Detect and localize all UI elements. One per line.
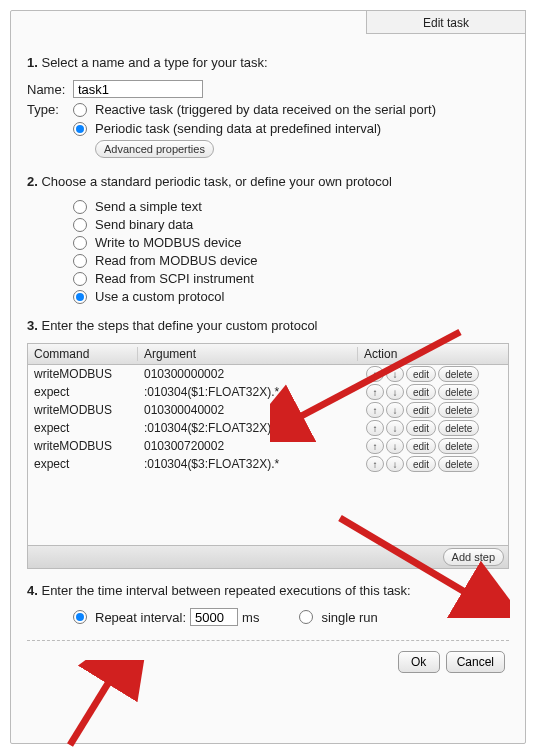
move-down-button[interactable]: ↓: [386, 438, 404, 454]
step3-heading: 3. Enter the steps that define your cust…: [27, 318, 509, 333]
move-up-button[interactable]: ↑: [366, 402, 384, 418]
cell-argument: :010304($1:FLOAT32X).*: [138, 385, 358, 399]
cell-actions: ↑↓editdelete: [358, 438, 508, 454]
cell-actions: ↑↓editdelete: [358, 366, 508, 382]
move-down-button[interactable]: ↓: [386, 366, 404, 382]
move-down-button[interactable]: ↓: [386, 456, 404, 472]
radio-step2-label: Send binary data: [95, 217, 193, 232]
cell-argument: :010304($3:FLOAT32X).*: [138, 457, 358, 471]
radio-periodic-task[interactable]: [73, 122, 87, 136]
cell-command: expect: [28, 457, 138, 471]
radio-step2-label: Send a simple text: [95, 199, 202, 214]
move-up-button[interactable]: ↑: [366, 420, 384, 436]
radio-reactive-label: Reactive task (triggered by data receive…: [95, 102, 436, 117]
protocol-steps-table: Command Argument Action writeMODBUS01030…: [27, 343, 509, 569]
move-up-button[interactable]: ↑: [366, 438, 384, 454]
radio-step2-option[interactable]: [73, 290, 87, 304]
separator: [27, 640, 509, 641]
ok-button[interactable]: Ok: [398, 651, 440, 673]
radio-reactive-task[interactable]: [73, 103, 87, 117]
advanced-properties-button[interactable]: Advanced properties: [95, 140, 214, 158]
cancel-button[interactable]: Cancel: [446, 651, 505, 673]
delete-row-button[interactable]: delete: [438, 366, 479, 382]
move-down-button[interactable]: ↓: [386, 402, 404, 418]
type-label: Type:: [27, 102, 73, 117]
table-row[interactable]: writeMODBUS010300040002↑↓editdelete: [28, 401, 508, 419]
cell-actions: ↑↓editdelete: [358, 384, 508, 400]
radio-repeat-interval[interactable]: [73, 610, 87, 624]
edit-row-button[interactable]: edit: [406, 384, 436, 400]
radio-step2-option[interactable]: [73, 236, 87, 250]
radio-single-run[interactable]: [299, 610, 313, 624]
tab-edit-task[interactable]: Edit task: [366, 10, 526, 34]
cell-actions: ↑↓editdelete: [358, 420, 508, 436]
cell-command: writeMODBUS: [28, 367, 138, 381]
cell-command: expect: [28, 421, 138, 435]
col-argument: Argument: [138, 347, 358, 361]
edit-row-button[interactable]: edit: [406, 402, 436, 418]
edit-row-button[interactable]: edit: [406, 438, 436, 454]
table-header: Command Argument Action: [28, 344, 508, 365]
cell-command: writeMODBUS: [28, 403, 138, 417]
radio-step2-label: Write to MODBUS device: [95, 235, 241, 250]
radio-step2-option[interactable]: [73, 272, 87, 286]
repeat-interval-input[interactable]: [190, 608, 238, 626]
name-label: Name:: [27, 82, 73, 97]
cell-command: expect: [28, 385, 138, 399]
cell-argument: 010300040002: [138, 403, 358, 417]
edit-row-button[interactable]: edit: [406, 366, 436, 382]
cell-actions: ↑↓editdelete: [358, 456, 508, 472]
move-up-button[interactable]: ↑: [366, 366, 384, 382]
radio-periodic-label: Periodic task (sending data at predefine…: [95, 121, 381, 136]
radio-step2-option[interactable]: [73, 200, 87, 214]
step1-heading: 1. Select a name and a type for your tas…: [27, 55, 509, 70]
tab-strip: Edit task: [366, 10, 526, 34]
single-run-label: single run: [321, 610, 377, 625]
repeat-interval-unit: ms: [242, 610, 259, 625]
edit-task-panel: Edit task 1. Select a name and a type fo…: [10, 10, 526, 744]
cell-argument: :010304($2:FLOAT32X).*: [138, 421, 358, 435]
delete-row-button[interactable]: delete: [438, 402, 479, 418]
delete-row-button[interactable]: delete: [438, 420, 479, 436]
delete-row-button[interactable]: delete: [438, 456, 479, 472]
table-row[interactable]: writeMODBUS010300720002↑↓editdelete: [28, 437, 508, 455]
step2-heading: 2. Choose a standard periodic task, or d…: [27, 174, 509, 189]
cell-argument: 010300000002: [138, 367, 358, 381]
repeat-interval-label: Repeat interval:: [95, 610, 186, 625]
edit-row-button[interactable]: edit: [406, 456, 436, 472]
radio-step2-option[interactable]: [73, 218, 87, 232]
delete-row-button[interactable]: delete: [438, 384, 479, 400]
move-up-button[interactable]: ↑: [366, 456, 384, 472]
table-row[interactable]: expect:010304($2:FLOAT32X).*↑↓editdelete: [28, 419, 508, 437]
move-up-button[interactable]: ↑: [366, 384, 384, 400]
cell-command: writeMODBUS: [28, 439, 138, 453]
radio-step2-label: Read from MODBUS device: [95, 253, 258, 268]
cell-actions: ↑↓editdelete: [358, 402, 508, 418]
table-row[interactable]: expect:010304($3:FLOAT32X).*↑↓editdelete: [28, 455, 508, 473]
task-name-input[interactable]: [73, 80, 203, 98]
table-row[interactable]: writeMODBUS010300000002↑↓editdelete: [28, 365, 508, 383]
radio-step2-label: Read from SCPI instrument: [95, 271, 254, 286]
col-action: Action: [358, 347, 508, 361]
table-row[interactable]: expect:010304($1:FLOAT32X).*↑↓editdelete: [28, 383, 508, 401]
add-step-button[interactable]: Add step: [443, 548, 504, 566]
col-command: Command: [28, 347, 138, 361]
radio-step2-option[interactable]: [73, 254, 87, 268]
cell-argument: 010300720002: [138, 439, 358, 453]
radio-step2-label: Use a custom protocol: [95, 289, 224, 304]
move-down-button[interactable]: ↓: [386, 384, 404, 400]
delete-row-button[interactable]: delete: [438, 438, 479, 454]
move-down-button[interactable]: ↓: [386, 420, 404, 436]
step4-heading: 4. Enter the time interval between repea…: [27, 583, 509, 598]
edit-row-button[interactable]: edit: [406, 420, 436, 436]
